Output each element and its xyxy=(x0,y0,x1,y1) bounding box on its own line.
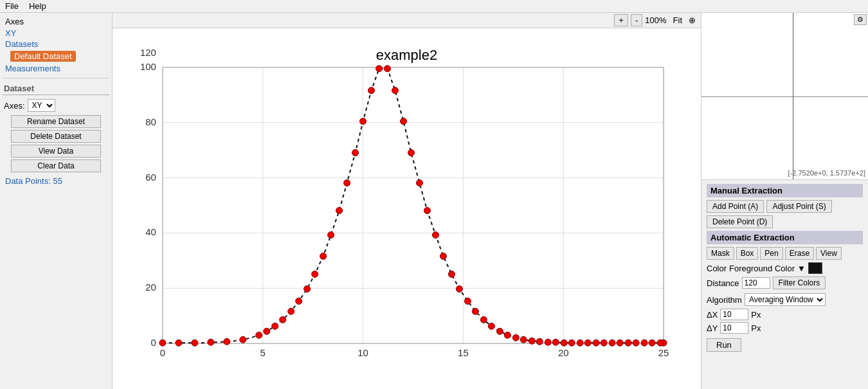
svg-text:example2: example2 xyxy=(376,47,437,63)
chart-svg: example2 0 xyxy=(118,33,696,384)
svg-point-34 xyxy=(256,332,262,338)
svg-text:5: 5 xyxy=(260,347,266,358)
data-points-label: Data Points: 55 xyxy=(3,174,109,188)
filter-colors-btn[interactable]: Filter Colors xyxy=(773,276,826,289)
svg-rect-1 xyxy=(163,68,664,344)
svg-point-73 xyxy=(464,298,471,304)
foreground-color-label: Foreground Color xyxy=(729,264,795,273)
add-point-btn[interactable]: Add Point (A) xyxy=(707,200,764,213)
sidebar: Axes XY Datasets Default Dataset Measure… xyxy=(0,13,113,389)
svg-point-38 xyxy=(320,253,327,259)
sidebar-divider xyxy=(3,78,109,78)
zoom-level: 100% xyxy=(645,15,666,25)
datasets-label[interactable]: Datasets xyxy=(3,39,109,50)
svg-point-80 xyxy=(577,339,583,346)
zoom-out-btn[interactable]: - xyxy=(631,14,642,26)
delta-x-input[interactable] xyxy=(720,309,748,320)
svg-text:10: 10 xyxy=(357,347,368,358)
dataset-section: Dataset Axes: XY Rename Dataset Delete D… xyxy=(3,82,109,188)
distance-label: Distance xyxy=(707,278,739,288)
svg-point-63 xyxy=(280,316,286,323)
delete-dataset-btn[interactable]: Delete Dataset xyxy=(11,130,101,143)
svg-point-31 xyxy=(208,339,214,345)
svg-point-39 xyxy=(336,208,343,214)
delta-x-label: ΔX xyxy=(707,310,718,320)
svg-point-70 xyxy=(416,180,422,186)
svg-text:120: 120 xyxy=(140,47,156,58)
svg-point-71 xyxy=(432,231,439,238)
chart-toolbar: + - 100% Fit ⊕ xyxy=(113,13,701,28)
axes-select[interactable]: XY xyxy=(28,99,55,112)
svg-point-77 xyxy=(529,338,535,344)
distance-input[interactable] xyxy=(742,277,770,289)
default-dataset-item[interactable]: Default Dataset xyxy=(10,51,76,62)
delta-y-label: ΔY xyxy=(707,323,718,333)
svg-point-81 xyxy=(593,339,599,346)
delta-x-row: ΔX Px xyxy=(707,309,863,320)
crosshair-icon[interactable]: ⊕ xyxy=(689,15,696,25)
mask-btn-row: Mask Box Pen Erase View xyxy=(707,247,863,260)
erase-btn[interactable]: Erase xyxy=(785,247,814,260)
svg-point-43 xyxy=(384,66,391,72)
svg-point-82 xyxy=(609,339,615,346)
svg-point-79 xyxy=(561,339,567,346)
svg-point-62 xyxy=(264,328,270,334)
svg-point-48 xyxy=(456,285,462,292)
svg-point-41 xyxy=(368,87,375,94)
delta-y-input[interactable] xyxy=(720,322,748,334)
svg-text:15: 15 xyxy=(458,347,469,358)
view-data-btn[interactable]: View Data xyxy=(11,145,101,158)
clear-data-btn[interactable]: Clear Data xyxy=(11,159,101,172)
help-menu[interactable]: Help xyxy=(29,1,46,11)
svg-text:40: 40 xyxy=(145,226,156,237)
svg-point-67 xyxy=(344,180,350,186)
svg-point-76 xyxy=(512,334,519,341)
main-content: Axes XY Datasets Default Dataset Measure… xyxy=(0,13,868,389)
color-swatch[interactable] xyxy=(808,262,822,274)
automatic-extraction-header: Automatic Extraction xyxy=(707,231,863,244)
svg-point-32 xyxy=(224,338,230,345)
crosshair-horizontal xyxy=(701,96,868,97)
svg-point-83 xyxy=(625,339,631,346)
svg-point-69 xyxy=(401,118,407,125)
measurements-label[interactable]: Measurements xyxy=(3,63,109,74)
settings-btn[interactable]: ⚙ xyxy=(854,14,867,25)
view-btn[interactable]: View xyxy=(816,247,842,260)
svg-text:20: 20 xyxy=(145,282,156,293)
svg-point-68 xyxy=(360,118,366,125)
mask-btn[interactable]: Mask xyxy=(707,247,734,260)
rename-dataset-btn[interactable]: Rename Dataset xyxy=(11,115,101,128)
pen-btn[interactable]: Pen xyxy=(760,247,782,260)
file-menu[interactable]: File xyxy=(5,1,19,11)
dataset-section-label: Dataset xyxy=(3,82,109,95)
delete-point-btn[interactable]: Delete Point (D) xyxy=(707,215,773,228)
svg-point-37 xyxy=(304,285,311,292)
foreground-color-dropdown[interactable]: ▼ xyxy=(797,264,806,273)
zoom-in-btn[interactable]: + xyxy=(614,14,628,26)
svg-point-47 xyxy=(440,253,446,259)
right-panel: ⚙ [-2.7520e+0, 1.5737e+2] Manual Extract… xyxy=(701,13,868,389)
svg-point-59 xyxy=(633,339,639,346)
chart-container: example2 0 xyxy=(113,28,701,389)
xy-link[interactable]: XY xyxy=(3,28,109,39)
right-crosshair-view: ⚙ [-2.7520e+0, 1.5737e+2] xyxy=(701,13,868,180)
algorithm-select[interactable]: Averaging Window xyxy=(745,293,826,306)
svg-point-49 xyxy=(472,308,478,314)
box-btn[interactable]: Box xyxy=(736,247,759,260)
delta-y-row: ΔY Px xyxy=(707,322,863,334)
svg-point-51 xyxy=(504,332,511,338)
svg-point-66 xyxy=(328,231,334,238)
fit-btn[interactable]: Fit xyxy=(669,15,686,26)
svg-text:20: 20 xyxy=(558,347,569,358)
svg-point-30 xyxy=(192,339,198,346)
color-row: Color Foreground Color ▼ xyxy=(707,262,863,274)
svg-point-55 xyxy=(568,339,575,346)
adjust-point-btn[interactable]: Adjust Point (S) xyxy=(766,200,831,213)
svg-text:0: 0 xyxy=(160,347,165,358)
chart-area: + - 100% Fit ⊕ example2 xyxy=(113,13,701,389)
svg-point-65 xyxy=(312,271,318,277)
run-btn[interactable]: Run xyxy=(707,338,741,352)
svg-point-29 xyxy=(176,339,182,346)
svg-point-64 xyxy=(296,298,302,304)
manual-extraction-btns: Add Point (A) Adjust Point (S) xyxy=(707,200,863,213)
